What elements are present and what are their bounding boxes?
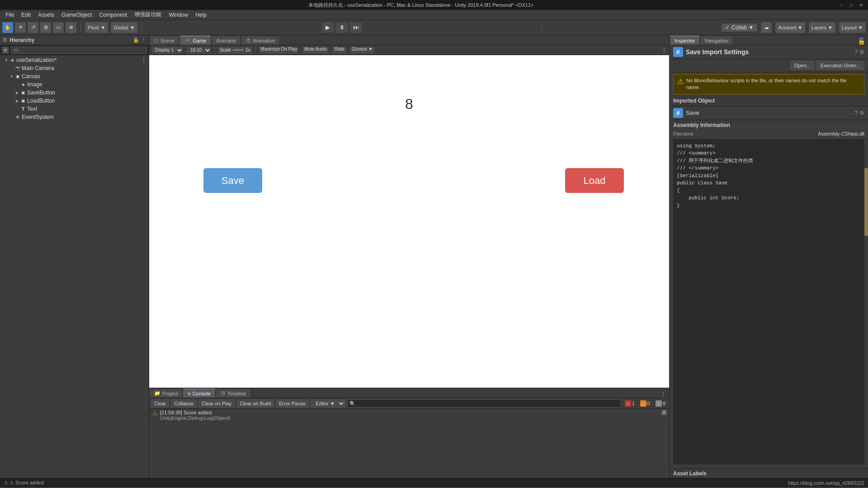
tool-scale[interactable]: ⊞ [40,22,52,33]
hierarchy-menu-icon[interactable]: ⋮ [141,37,146,43]
status-icon: ⚠ [4,480,8,485]
hierarchy-panel-actions: 🔓 ⋮ [133,37,146,43]
imported-obj-gear[interactable]: ⚙ [859,110,864,116]
arrow-mainCamera [9,66,14,71]
load-game-button[interactable]: Load [565,168,624,193]
global-dropdown[interactable]: Global▼ [110,22,138,33]
tab-project[interactable]: 📁 Project [149,389,183,398]
inspector-lock[interactable]: 🔓 [855,38,868,45]
tool-group-transform: ✋ ✛ ↺ ⊞ ▭ ⊕ [2,22,77,33]
menu-edit[interactable]: Edit [18,11,34,19]
main-layout: ☰ Hierarchy 🔓 ⋮ + ▼ ◈ useSerialization* … [0,35,868,478]
tree-item-useSerialization[interactable]: ▼ ◈ useSerialization* ⋮ [0,56,149,64]
inspector-title: Save Import Settings [686,48,852,56]
mute-audio[interactable]: Mute Audio [302,46,329,54]
tree-item-canvas[interactable]: ▼ ▣ Canvas [0,72,149,80]
tool-rotate[interactable]: ↺ [27,22,39,33]
code-block: using System; /// <summary> /// 用于序列化成二进… [673,140,864,465]
menu-window[interactable]: Window [165,11,192,19]
scale-control[interactable]: Scale ━━━━ 1x [217,46,253,54]
resolution-select[interactable]: 16:10 [186,46,212,54]
tree-item-eventSystem[interactable]: ⚙ EventSystem [0,113,149,121]
tab-game[interactable]: 🎮 Game [179,36,211,45]
pivot-dropdown[interactable]: Pivot▼ [85,22,108,33]
separator-1 [80,22,81,33]
menu-help[interactable]: Help [192,11,210,19]
clear-on-play-button[interactable]: Clear on Play [198,399,235,408]
display-select[interactable]: Display 1 [151,46,184,54]
menu-enhanced[interactable]: 增强版功能 [131,10,165,19]
tool-hand[interactable]: ✋ [2,22,14,33]
game-canvas: 8 Save Load [149,55,669,388]
error-badge: ⚠ 1 [623,400,637,407]
pause-button[interactable]: ⏸ [335,22,349,33]
menu-assets[interactable]: Assets [34,11,58,19]
error-pause-button[interactable]: Error Pause [276,399,309,408]
tool-rect[interactable]: ▭ [52,22,64,33]
tree-item-loadButton[interactable]: ▶ ▣ LoadButton [0,97,149,105]
account-dropdown[interactable]: Account ▼ [775,22,806,33]
menu-bar: File Edit Assets GameObject Component 增强… [0,10,868,20]
tree-item-mainCamera[interactable]: 📷 Main Camera [0,64,149,72]
tree-item-menu-useSerialization[interactable]: ⋮ [141,56,149,64]
tree-item-label-saveButton: SaveButton [27,89,55,96]
inspector-buttons: Open... Execution Order... [670,59,868,72]
clear-button[interactable]: Clear [151,399,169,408]
menu-file[interactable]: File [2,11,18,19]
tool-move[interactable]: ✛ [14,22,26,33]
console-tab-bar: 📁 Project ≡ Console ⏱ Timeline ⋮ [149,388,669,398]
assembly-section: Assembly Information Filename Assembly-C… [670,120,868,140]
save-game-button[interactable]: Save [203,168,262,193]
maximize-button[interactable]: □ [848,2,854,8]
close-button[interactable]: ✕ [858,2,864,8]
layout-dropdown[interactable]: Layout ▼ [839,22,866,33]
tab-animation[interactable]: ⏱ Animation [241,36,280,45]
right-scroll-indicator[interactable] [864,168,868,236]
title-text: 本地路径持久化 - useSerialization - PC, Mac & L… [4,2,838,9]
console-panel-menu[interactable]: ⋮ [657,390,669,398]
tab-console[interactable]: ≡ Console [183,389,216,398]
stats-btn[interactable]: Stats [332,46,347,54]
game-view-menu[interactable]: ⋮ [661,47,667,54]
menu-gameobject[interactable]: GameObject [58,11,95,19]
gizmos-dropdown[interactable]: Gizmos ▼ [349,46,375,54]
play-button[interactable]: ▶ [321,22,335,33]
cloud-button[interactable]: ☁ [760,22,772,33]
console-log-item-0[interactable]: ⚠ [21:59:38] Score added UnityEngine.Deb… [149,409,669,422]
tab-animator[interactable]: Animator [211,36,241,45]
console-content: ⚠ [21:59:38] Score added UnityEngine.Deb… [149,409,669,478]
execution-order-button[interactable]: Execution Order... [816,61,864,70]
tree-item-text[interactable]: T Text [0,105,149,113]
tab-timeline[interactable]: ⏱ Timeline [216,389,251,398]
text-icon: T [20,106,26,112]
tab-navigation[interactable]: Navigation [700,36,733,45]
hierarchy-search-bar: + [0,45,149,55]
tab-inspector[interactable]: Inspector [670,36,700,45]
imported-obj-title: Save [686,109,852,116]
minimize-button[interactable]: ─ [838,2,844,8]
editor-dropdown[interactable]: Editor ▼ [311,399,345,408]
step-button[interactable]: ⏭ [349,22,363,33]
hierarchy-lock-icon[interactable]: 🔓 [133,37,139,43]
collapse-button[interactable]: Collapse [171,399,197,408]
inspector-gear-icon[interactable]: ⚙ [859,49,864,55]
asset-labels: Asset Labels [670,468,868,478]
console-search-input[interactable] [347,399,621,408]
inspector-question-icon[interactable]: ? [854,49,858,55]
open-button[interactable]: Open... [790,61,815,70]
menu-component[interactable]: Component [95,11,131,19]
tree-item-label-text: Text [27,106,37,112]
tree-item-label-image: Image [27,81,42,88]
maximize-on-play[interactable]: Maximize On Play [259,46,300,54]
hierarchy-search-input[interactable] [11,47,147,54]
collab-button[interactable]: ✓ Collab ▼ [721,23,758,32]
imported-obj-question[interactable]: ? [854,110,858,116]
play-controls: ▶ ⏸ ⏭ [321,22,363,33]
clear-on-build-button[interactable]: Clear on Build [236,399,274,408]
hierarchy-add-button[interactable]: + [2,47,9,54]
tree-item-saveButton[interactable]: ▶ ▣ SaveButton [0,89,149,97]
tool-combined[interactable]: ⊕ [65,22,77,33]
tab-scene[interactable]: ⬡ Scene [149,36,179,45]
tree-item-image[interactable]: ◈ Image [0,80,149,89]
layers-dropdown[interactable]: Layers ▼ [808,22,836,33]
